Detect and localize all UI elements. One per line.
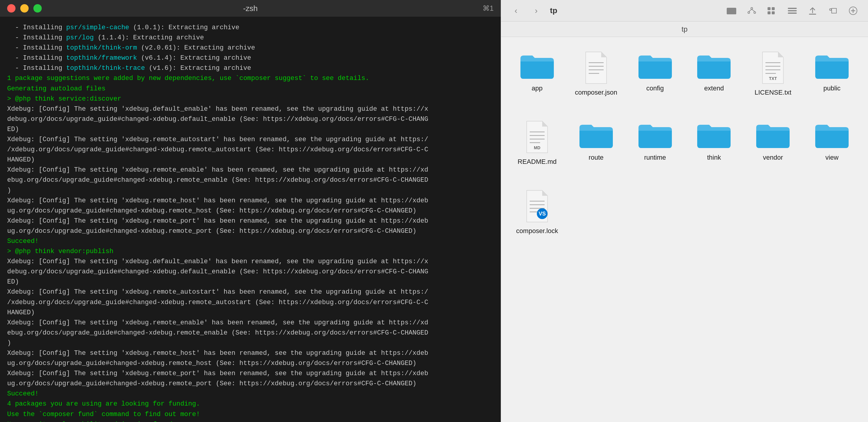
svg-point-2 [751,7,753,9]
file-label-route: route [589,153,603,162]
file-label-runtime: runtime [644,153,666,162]
svg-rect-7 [768,7,771,10]
svg-rect-13 [788,12,797,14]
file-item-public[interactable]: public [804,47,860,112]
file-label-app: app [532,84,543,93]
folder-icon-app [519,51,555,80]
folder-icon-route [578,120,614,149]
forward-button[interactable]: › [530,4,543,17]
file-label-public: public [823,84,840,93]
grid-view-icon[interactable] [786,4,799,17]
file-item-view[interactable]: view [804,116,860,181]
folder-icon-view [814,120,850,149]
folder-icon-extend [696,51,732,80]
lock-icon-composer-lock: VS [524,190,551,223]
svg-rect-10 [772,11,775,14]
terminal-panel: -zsh ⌘1 - Installing psr/simple-cache (1… [0,0,501,422]
upload-icon[interactable] [806,4,819,17]
view-options-icon[interactable] [766,4,779,17]
file-label-vendor: vendor [763,153,783,162]
path-label: tp [550,6,557,15]
file-label-composer-lock: composer.lock [516,227,558,235]
folder-icon-vendor [755,120,791,149]
folder-icon-think [696,120,732,149]
svg-rect-15 [809,14,816,15]
md-icon-readme: MD [524,120,551,153]
folder-icon-config [637,51,673,80]
svg-text:TXT: TXT [769,76,777,81]
file-item-composer-lock[interactable]: VS composer.lock [509,185,565,251]
svg-rect-9 [768,11,771,14]
svg-rect-8 [772,7,775,10]
svg-point-3 [748,12,750,13]
file-label-config: config [646,84,664,93]
terminal-tab: ⌘1 [483,4,494,12]
maximize-button[interactable] [33,4,42,12]
folder-icon-runtime [637,120,673,149]
file-item-think[interactable]: think [686,116,742,181]
svg-rect-1 [727,9,736,14]
file-item-vendor[interactable]: vendor [745,116,801,181]
finder-path-bar: tp [501,22,868,37]
file-label-license: LICENSE.txt [755,88,792,97]
file-label-extend: extend [704,84,724,93]
back-button[interactable]: ‹ [509,4,523,17]
svg-point-4 [754,12,755,13]
svg-line-6 [752,9,755,12]
svg-point-16 [830,9,831,10]
file-item-composer-json[interactable]: composer.json [568,47,624,112]
doc-icon-composer-json [583,51,610,84]
minimize-button[interactable] [20,4,29,12]
file-item-app[interactable]: app [509,47,565,112]
add-icon[interactable] [846,4,860,17]
file-item-config[interactable]: config [627,47,683,112]
file-item-license[interactable]: TXT LICENSE.txt [745,47,801,112]
svg-line-5 [749,9,752,12]
finder-panel: ‹ › tp tp [501,0,868,422]
terminal-title: -zsh [243,4,257,13]
finder-toolbar: ‹ › tp [501,0,868,22]
file-label-composer-json: composer.json [575,88,617,97]
svg-rect-12 [788,10,797,11]
txt-icon-license: TXT [760,51,786,84]
file-label-view: view [826,153,838,162]
close-button[interactable] [7,4,16,12]
svg-rect-11 [788,8,797,9]
file-item-readme[interactable]: MD README.md [509,116,565,181]
file-item-runtime[interactable]: runtime [627,116,683,181]
share-icon[interactable] [745,4,758,17]
terminal-titlebar: -zsh ⌘1 [0,0,501,17]
svg-text:VS: VS [538,211,546,217]
folder-icon-public [814,51,850,80]
traffic-lights [7,4,42,12]
terminal-body[interactable]: - Installing psr/simple-cache (1.0.1): E… [0,17,501,422]
file-item-route[interactable]: route [568,116,624,181]
file-item-extend[interactable]: extend [686,47,742,112]
folder-icon[interactable] [725,4,738,17]
finder-path-text: tp [681,25,687,33]
finder-content: app composer.json [501,37,868,422]
svg-text:MD: MD [534,145,540,150]
tags-icon[interactable] [826,4,839,17]
file-label-think: think [707,153,721,162]
file-label-readme: README.md [518,158,557,166]
